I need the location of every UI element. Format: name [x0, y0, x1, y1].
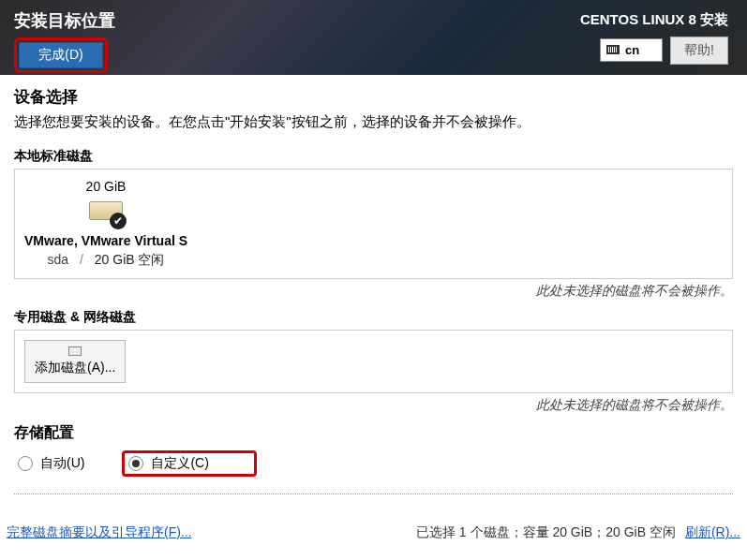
add-disk-label: 添加磁盘(A)... [35, 360, 115, 376]
full-disk-summary-link[interactable]: 完整磁盘摘要以及引导程序(F)... [7, 524, 192, 541]
keyboard-layout-indicator[interactable]: cn [600, 38, 663, 62]
add-disk-button[interactable]: 添加磁盘(A)... [24, 340, 126, 383]
selection-summary: 已选择 1 个磁盘；容量 20 GiB；20 GiB 空闲 [416, 524, 676, 541]
storage-config-radios: 自动(U) 自定义(C) [18, 450, 733, 477]
device-selection-desc: 选择您想要安装的设备。在您点击"开始安装"按钮之前，选择的设备并不会被操作。 [14, 113, 733, 131]
check-icon: ✔ [110, 213, 127, 229]
help-button[interactable]: 帮助! [670, 37, 728, 65]
add-disk-icon [68, 346, 82, 356]
local-disks-panel: 20 GiB ✔ VMware, VMware Virtual S sda / … [14, 169, 733, 279]
footer: 完整磁盘摘要以及引导程序(F)... 已选择 1 个磁盘；容量 20 GiB；2… [5, 524, 742, 541]
divider [14, 494, 733, 494]
device-selection-title: 设备选择 [14, 86, 733, 108]
keyboard-layout-text: cn [625, 43, 639, 57]
radio-auto-label: 自动(U) [40, 455, 84, 472]
disk-dev-line: sda / 20 GiB 空闲 [24, 252, 187, 269]
refresh-link[interactable]: 刷新(R)... [685, 524, 740, 541]
disk-dev: sda [48, 252, 69, 267]
storage-config-title: 存储配置 [14, 423, 733, 443]
footer-right: 已选择 1 个磁盘；容量 20 GiB；20 GiB 空闲 刷新(R)... [416, 524, 740, 541]
done-button-highlight: 完成(D) [14, 37, 108, 73]
done-button[interactable]: 完成(D) [19, 42, 103, 68]
keyboard-icon [606, 45, 620, 54]
disk-free: 20 GiB 空闲 [95, 252, 165, 267]
disk-separator: / [80, 252, 83, 267]
local-disks-note: 此处未选择的磁盘将不会被操作。 [14, 283, 733, 300]
disk-name: VMware, VMware Virtual S [24, 233, 187, 248]
hard-disk-icon: ✔ [87, 199, 125, 228]
radio-custom[interactable]: 自定义(C) [128, 455, 208, 472]
disk-item[interactable]: 20 GiB ✔ VMware, VMware Virtual S sda / … [24, 179, 187, 269]
special-disks-label: 专用磁盘 & 网络磁盘 [14, 309, 733, 326]
distro-label: CENTOS LINUX 8 安装 [580, 11, 728, 29]
local-disks-label: 本地标准磁盘 [14, 148, 733, 165]
header: 安装目标位置 完成(D) CENTOS LINUX 8 安装 cn 帮助! [0, 0, 747, 75]
header-right: CENTOS LINUX 8 安装 cn 帮助! [580, 11, 728, 65]
radio-custom-highlight: 自定义(C) [122, 450, 256, 477]
radio-auto[interactable]: 自动(U) [18, 455, 84, 472]
radio-icon [18, 456, 33, 471]
radio-icon [128, 456, 143, 471]
disk-size: 20 GiB [24, 179, 187, 194]
radio-custom-label: 自定义(C) [151, 455, 208, 472]
content: 设备选择 选择您想要安装的设备。在您点击"开始安装"按钮之前，选择的设备并不会被… [0, 75, 747, 515]
special-disks-panel: 添加磁盘(A)... [14, 330, 733, 393]
special-disks-note: 此处未选择的磁盘将不会被操作。 [14, 397, 733, 414]
